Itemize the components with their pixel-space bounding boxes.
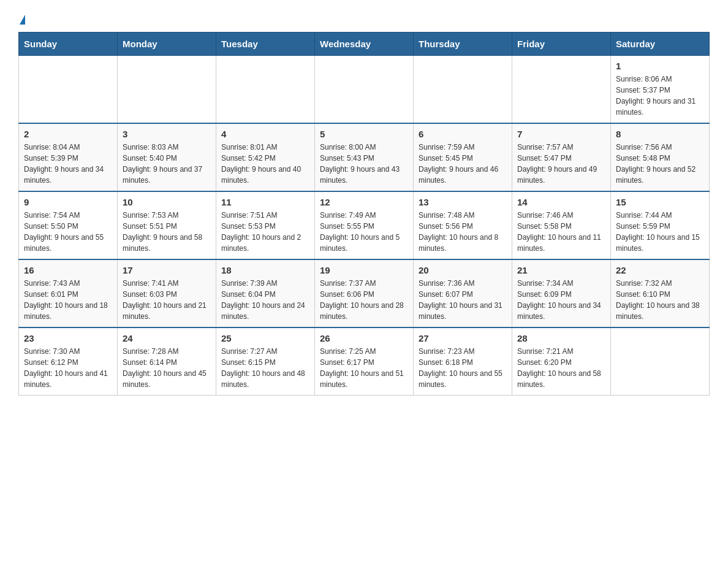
day-number: 6 bbox=[419, 129, 507, 139]
calendar-cell: 2Sunrise: 8:04 AMSunset: 5:39 PMDaylight… bbox=[19, 123, 118, 191]
day-info: Sunrise: 7:48 AMSunset: 5:56 PMDaylight:… bbox=[419, 210, 507, 254]
day-number: 26 bbox=[320, 333, 408, 343]
day-info: Sunrise: 8:06 AMSunset: 5:37 PMDaylight:… bbox=[616, 74, 704, 118]
day-info: Sunrise: 8:04 AMSunset: 5:39 PMDaylight:… bbox=[24, 142, 112, 186]
day-number: 21 bbox=[517, 265, 605, 275]
day-info: Sunrise: 7:53 AMSunset: 5:51 PMDaylight:… bbox=[123, 210, 211, 254]
day-info: Sunrise: 7:41 AMSunset: 6:03 PMDaylight:… bbox=[123, 278, 211, 322]
day-number: 8 bbox=[616, 129, 704, 139]
calendar-cell: 15Sunrise: 7:44 AMSunset: 5:59 PMDayligh… bbox=[611, 191, 710, 259]
weekday-header-wednesday: Wednesday bbox=[315, 33, 414, 56]
day-number: 3 bbox=[123, 129, 211, 139]
calendar-cell: 17Sunrise: 7:41 AMSunset: 6:03 PMDayligh… bbox=[118, 259, 216, 327]
day-info: Sunrise: 7:49 AMSunset: 5:55 PMDaylight:… bbox=[320, 210, 408, 254]
day-info: Sunrise: 7:34 AMSunset: 6:09 PMDaylight:… bbox=[517, 278, 605, 322]
calendar-cell bbox=[512, 56, 611, 124]
weekday-header-tuesday: Tuesday bbox=[216, 33, 315, 56]
calendar-cell: 19Sunrise: 7:37 AMSunset: 6:06 PMDayligh… bbox=[315, 259, 414, 327]
day-number: 7 bbox=[517, 129, 605, 139]
calendar-week-2: 2Sunrise: 8:04 AMSunset: 5:39 PMDaylight… bbox=[19, 123, 710, 191]
calendar-cell: 14Sunrise: 7:46 AMSunset: 5:58 PMDayligh… bbox=[512, 191, 611, 259]
calendar-cell: 6Sunrise: 7:59 AMSunset: 5:45 PMDaylight… bbox=[414, 123, 512, 191]
day-number: 5 bbox=[320, 129, 408, 139]
calendar-cell: 25Sunrise: 7:27 AMSunset: 6:15 PMDayligh… bbox=[216, 327, 315, 396]
calendar-cell: 24Sunrise: 7:28 AMSunset: 6:14 PMDayligh… bbox=[118, 327, 216, 396]
day-number: 12 bbox=[320, 197, 408, 207]
day-number: 1 bbox=[616, 61, 704, 71]
calendar-cell: 23Sunrise: 7:30 AMSunset: 6:12 PMDayligh… bbox=[19, 327, 118, 396]
weekday-header-thursday: Thursday bbox=[414, 33, 512, 56]
day-number: 14 bbox=[517, 197, 605, 207]
day-info: Sunrise: 7:43 AMSunset: 6:01 PMDaylight:… bbox=[24, 278, 112, 322]
day-number: 20 bbox=[419, 265, 507, 275]
calendar-cell: 11Sunrise: 7:51 AMSunset: 5:53 PMDayligh… bbox=[216, 191, 315, 259]
calendar-cell bbox=[611, 327, 710, 396]
logo-triangle-icon bbox=[20, 15, 25, 25]
weekday-header-friday: Friday bbox=[512, 33, 611, 56]
day-number: 2 bbox=[24, 129, 112, 139]
calendar-cell: 21Sunrise: 7:34 AMSunset: 6:09 PMDayligh… bbox=[512, 259, 611, 327]
day-number: 11 bbox=[221, 197, 309, 207]
calendar-cell: 8Sunrise: 7:56 AMSunset: 5:48 PMDaylight… bbox=[611, 123, 710, 191]
calendar-cell: 3Sunrise: 8:03 AMSunset: 5:40 PMDaylight… bbox=[118, 123, 216, 191]
day-info: Sunrise: 7:44 AMSunset: 5:59 PMDaylight:… bbox=[616, 210, 704, 254]
calendar-cell: 22Sunrise: 7:32 AMSunset: 6:10 PMDayligh… bbox=[611, 259, 710, 327]
day-number: 9 bbox=[24, 197, 112, 207]
calendar-cell: 12Sunrise: 7:49 AMSunset: 5:55 PMDayligh… bbox=[315, 191, 414, 259]
calendar-cell: 27Sunrise: 7:23 AMSunset: 6:18 PMDayligh… bbox=[414, 327, 512, 396]
calendar-week-5: 23Sunrise: 7:30 AMSunset: 6:12 PMDayligh… bbox=[19, 327, 710, 396]
day-number: 10 bbox=[123, 197, 211, 207]
calendar-cell: 4Sunrise: 8:01 AMSunset: 5:42 PMDaylight… bbox=[216, 123, 315, 191]
page-header bbox=[18, 12, 710, 26]
day-info: Sunrise: 7:23 AMSunset: 6:18 PMDaylight:… bbox=[419, 346, 507, 390]
day-info: Sunrise: 8:00 AMSunset: 5:43 PMDaylight:… bbox=[320, 142, 408, 186]
day-info: Sunrise: 7:39 AMSunset: 6:04 PMDaylight:… bbox=[221, 278, 309, 322]
calendar-cell: 28Sunrise: 7:21 AMSunset: 6:20 PMDayligh… bbox=[512, 327, 611, 396]
day-info: Sunrise: 7:25 AMSunset: 6:17 PMDaylight:… bbox=[320, 346, 408, 390]
day-info: Sunrise: 7:59 AMSunset: 5:45 PMDaylight:… bbox=[419, 142, 507, 186]
calendar-cell: 1Sunrise: 8:06 AMSunset: 5:37 PMDaylight… bbox=[611, 56, 710, 124]
weekday-header-sunday: Sunday bbox=[19, 33, 118, 56]
day-number: 19 bbox=[320, 265, 408, 275]
calendar-cell: 26Sunrise: 7:25 AMSunset: 6:17 PMDayligh… bbox=[315, 327, 414, 396]
calendar-cell: 13Sunrise: 7:48 AMSunset: 5:56 PMDayligh… bbox=[414, 191, 512, 259]
day-number: 27 bbox=[419, 333, 507, 343]
calendar-cell bbox=[19, 56, 118, 124]
weekday-header-row: SundayMondayTuesdayWednesdayThursdayFrid… bbox=[19, 33, 710, 56]
day-number: 16 bbox=[24, 265, 112, 275]
day-info: Sunrise: 7:51 AMSunset: 5:53 PMDaylight:… bbox=[221, 210, 309, 254]
day-number: 25 bbox=[221, 333, 309, 343]
day-info: Sunrise: 7:54 AMSunset: 5:50 PMDaylight:… bbox=[24, 210, 112, 254]
day-info: Sunrise: 7:57 AMSunset: 5:47 PMDaylight:… bbox=[517, 142, 605, 186]
day-number: 17 bbox=[123, 265, 211, 275]
day-info: Sunrise: 7:27 AMSunset: 6:15 PMDaylight:… bbox=[221, 346, 309, 390]
day-info: Sunrise: 7:46 AMSunset: 5:58 PMDaylight:… bbox=[517, 210, 605, 254]
weekday-header-saturday: Saturday bbox=[611, 33, 710, 56]
day-info: Sunrise: 7:28 AMSunset: 6:14 PMDaylight:… bbox=[123, 346, 211, 390]
calendar-cell: 5Sunrise: 8:00 AMSunset: 5:43 PMDaylight… bbox=[315, 123, 414, 191]
day-number: 24 bbox=[123, 333, 211, 343]
day-info: Sunrise: 7:30 AMSunset: 6:12 PMDaylight:… bbox=[24, 346, 112, 390]
day-info: Sunrise: 7:56 AMSunset: 5:48 PMDaylight:… bbox=[616, 142, 704, 186]
calendar-table: SundayMondayTuesdayWednesdayThursdayFrid… bbox=[18, 32, 710, 396]
calendar-cell: 9Sunrise: 7:54 AMSunset: 5:50 PMDaylight… bbox=[19, 191, 118, 259]
weekday-header-monday: Monday bbox=[118, 33, 216, 56]
calendar-cell: 7Sunrise: 7:57 AMSunset: 5:47 PMDaylight… bbox=[512, 123, 611, 191]
calendar-week-1: 1Sunrise: 8:06 AMSunset: 5:37 PMDaylight… bbox=[19, 56, 710, 124]
calendar-cell bbox=[118, 56, 216, 124]
calendar-week-4: 16Sunrise: 7:43 AMSunset: 6:01 PMDayligh… bbox=[19, 259, 710, 327]
calendar-cell: 20Sunrise: 7:36 AMSunset: 6:07 PMDayligh… bbox=[414, 259, 512, 327]
day-info: Sunrise: 7:36 AMSunset: 6:07 PMDaylight:… bbox=[419, 278, 507, 322]
day-info: Sunrise: 8:03 AMSunset: 5:40 PMDaylight:… bbox=[123, 142, 211, 186]
day-info: Sunrise: 8:01 AMSunset: 5:42 PMDaylight:… bbox=[221, 142, 309, 186]
day-number: 23 bbox=[24, 333, 112, 343]
logo bbox=[18, 12, 25, 26]
day-number: 4 bbox=[221, 129, 309, 139]
calendar-cell bbox=[315, 56, 414, 124]
calendar-cell: 10Sunrise: 7:53 AMSunset: 5:51 PMDayligh… bbox=[118, 191, 216, 259]
calendar-week-3: 9Sunrise: 7:54 AMSunset: 5:50 PMDaylight… bbox=[19, 191, 710, 259]
day-info: Sunrise: 7:37 AMSunset: 6:06 PMDaylight:… bbox=[320, 278, 408, 322]
day-number: 18 bbox=[221, 265, 309, 275]
day-number: 28 bbox=[517, 333, 605, 343]
day-info: Sunrise: 7:21 AMSunset: 6:20 PMDaylight:… bbox=[517, 346, 605, 390]
